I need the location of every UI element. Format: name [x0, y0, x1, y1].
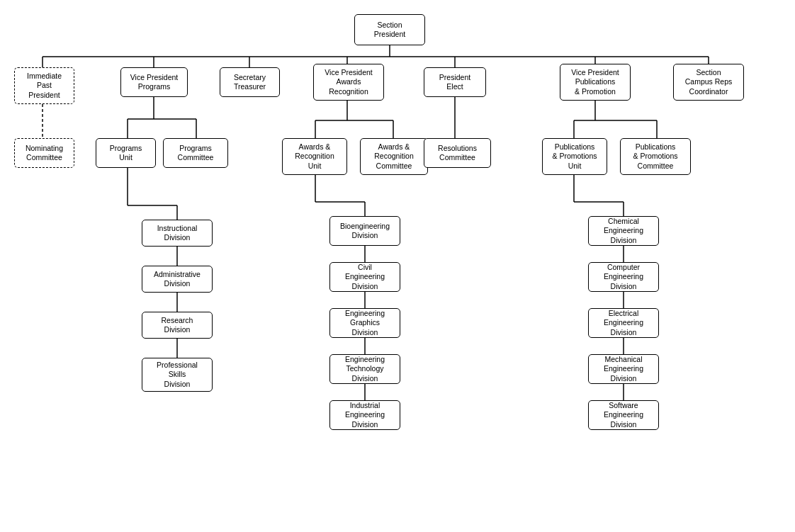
software-engineering-division: SoftwareEngineeringDivision: [588, 400, 659, 430]
publications-promotions-unit: Publications& PromotionsUnit: [542, 138, 607, 175]
tree: Section President ImmediatePastPresident…: [7, 7, 786, 524]
programs-committee: ProgramsCommittee: [163, 138, 228, 168]
civil-engineering-division: CivilEngineeringDivision: [329, 262, 400, 292]
administrative-division: AdministrativeDivision: [142, 266, 213, 293]
president-elect: PresidentElect: [424, 67, 486, 97]
publications-promotions-committee: Publications& PromotionsCommittee: [620, 138, 691, 175]
vp-programs: Vice PresidentPrograms: [120, 67, 188, 97]
chemical-engineering-division: ChemicalEngineeringDivision: [588, 216, 659, 246]
org-chart: Section President ImmediatePastPresident…: [0, 0, 795, 532]
programs-unit: ProgramsUnit: [96, 138, 156, 168]
engineering-technology-division: EngineeringTechnologyDivision: [329, 354, 400, 384]
section-campus-reps-coordinator: SectionCampus RepsCoordinator: [673, 64, 744, 101]
professional-skills-division: ProfessionalSkillsDivision: [142, 358, 213, 392]
engineering-graphics-division: EngineeringGraphicsDivision: [329, 308, 400, 338]
vp-awards-recognition: Vice PresidentAwardsRecognition: [313, 64, 384, 101]
bioengineering-division: BioengineeringDivision: [329, 216, 400, 246]
electrical-engineering-division: ElectricalEngineeringDivision: [588, 308, 659, 338]
awards-recognition-committee: Awards &RecognitionCommittee: [360, 138, 428, 175]
awards-recognition-unit: Awards &RecognitionUnit: [282, 138, 347, 175]
vp-publications-promotion: Vice PresidentPublications& Promotion: [560, 64, 631, 101]
immediate-past-president: ImmediatePastPresident: [14, 67, 74, 104]
secretary-treasurer: SecretaryTreasurer: [220, 67, 280, 97]
nominating-committee: NominatingCommittee: [14, 138, 74, 168]
computer-engineering-division: ComputerEngineeringDivision: [588, 262, 659, 292]
section-president: Section President: [354, 14, 425, 45]
research-division: ResearchDivision: [142, 312, 213, 339]
resolutions-committee: ResolutionsCommittee: [424, 138, 491, 168]
instructional-division: InstructionalDivision: [142, 220, 213, 247]
mechanical-engineering-division: MechanicalEngineeringDivision: [588, 354, 659, 384]
industrial-engineering-division: IndustrialEngineeringDivision: [329, 400, 400, 430]
